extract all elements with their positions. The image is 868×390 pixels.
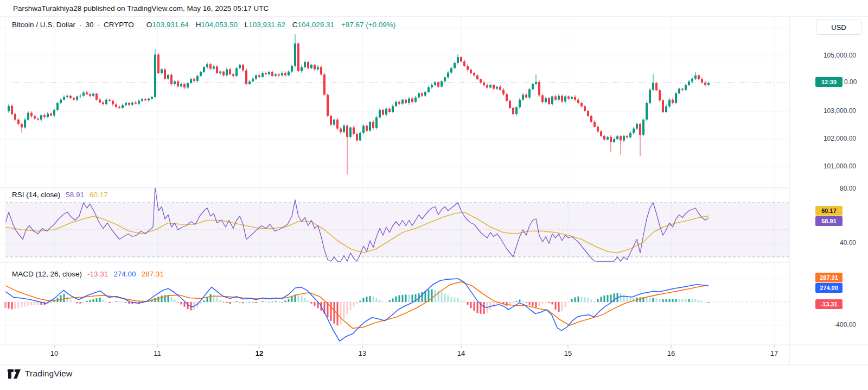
axis-price-label: 40.00 [792, 239, 856, 247]
high-key: H [196, 21, 201, 29]
macd-legend[interactable]: MACD (12, 26, close) -13.31 274.00 287.3… [12, 270, 164, 278]
legend-separator: · [98, 21, 100, 29]
close-value: 104,029.31 [297, 21, 334, 29]
macd-value-badge: 274.00 [815, 283, 843, 293]
rsi-legend-title[interactable]: RSI (14, close) [12, 191, 60, 199]
interval-value[interactable]: 30 [86, 21, 94, 29]
legend-separator: · [79, 21, 82, 29]
tradingview-logo-icon [8, 369, 21, 379]
chart-canvas[interactable] [0, 0, 868, 390]
symbol-title[interactable]: Bitcoin / U.S. Dollar [12, 21, 75, 29]
tradingview-brand-text: TradingView [25, 369, 73, 379]
axis-price-label: 103,000.00 [792, 107, 856, 115]
bar-countdown-badge: 12:30 [815, 77, 843, 87]
macd-pane[interactable] [5, 279, 790, 341]
time-axis-label: 17 [763, 349, 785, 357]
currency-toggle-button[interactable]: USD [816, 20, 861, 35]
axis-price-label: 80.00 [792, 185, 856, 192]
axis-price-label: -400.00 [792, 321, 856, 329]
rsi-legend[interactable]: RSI (14, close) 58.91 60.17 [12, 191, 108, 199]
rsi-ma-badge: 60.17 [815, 206, 843, 216]
macd-signal-badge: 287.31 [815, 273, 843, 282]
macd-main-value: 274.00 [113, 270, 136, 278]
time-axis-label: 11 [146, 349, 168, 357]
gridlines [0, 17, 789, 345]
symbol-legend[interactable]: Bitcoin / U.S. Dollar · 30 · CRYPTO O103… [12, 21, 395, 29]
axis-price-label: 105,000.00 [792, 52, 856, 59]
rsi-main-value: 58.91 [66, 191, 84, 199]
price-pane[interactable] [5, 34, 815, 174]
time-axis-label: 12 [248, 349, 270, 357]
time-axis-label: 10 [43, 349, 65, 357]
exchange-value: CRYPTO [104, 21, 134, 29]
open-value: 103,931.64 [152, 21, 189, 29]
tradingview-attribution[interactable]: TradingView [8, 369, 73, 379]
macd-legend-title[interactable]: MACD (12, 26, close) [12, 270, 82, 278]
rsi-ma-value: 60.17 [90, 191, 108, 199]
pane-separators [0, 16, 868, 365]
current-price-label-rest: 0.00 [844, 78, 857, 86]
time-axis-label: 15 [557, 349, 579, 357]
high-value: 104,053.50 [201, 21, 238, 29]
low-value: 103,931.62 [248, 21, 285, 29]
ohlc-values: O103,931.64 H104,053.50 L103,931.62 C104… [142, 21, 395, 29]
axis-price-label: 101,000.00 [792, 162, 856, 170]
macd-signal-value: 287.31 [142, 270, 164, 278]
rsi-value-badge: 58.91 [815, 216, 843, 226]
change-value: +97.67 (+0.09%) [341, 21, 396, 29]
time-axis-label: 14 [450, 349, 472, 357]
rsi-pane[interactable] [5, 188, 789, 262]
macd-histogram-badge: -13.31 [815, 299, 843, 309]
time-axis-label: 13 [352, 349, 373, 357]
axis-price-label: 102,000.00 [792, 135, 856, 142]
open-key: O [146, 21, 152, 29]
time-axis-label: 16 [660, 349, 682, 357]
macd-hist-value: -13.31 [87, 270, 108, 278]
close-key: C [292, 21, 298, 29]
